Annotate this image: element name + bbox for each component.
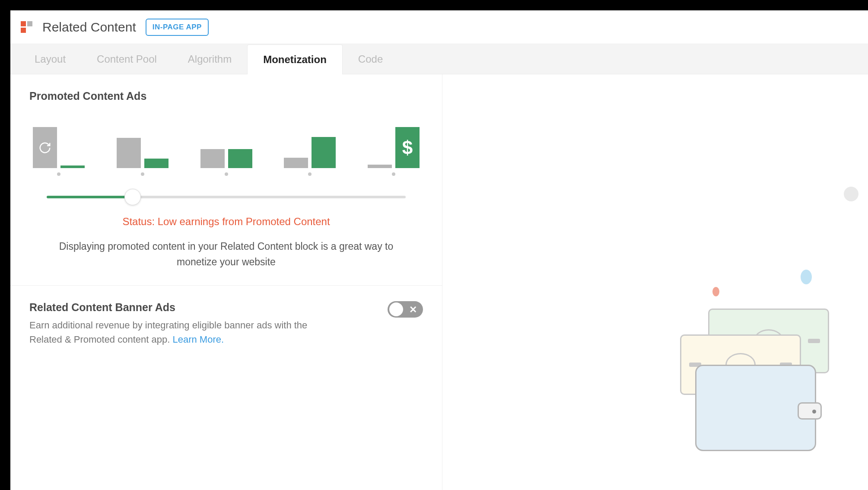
app-shell: Related Content IN-PAGE APP Layout Conte…: [10, 10, 868, 490]
preview-panel: [442, 74, 868, 490]
status-message: Status: Low earnings from Promoted Conte…: [29, 216, 423, 228]
bar-green-3: [228, 149, 252, 168]
app-logo-icon: [21, 21, 33, 33]
banner-ads-section: Related Content Banner Ads Earn addition…: [10, 285, 442, 362]
tab-bar: Layout Content Pool Algorithm Monetizati…: [10, 44, 868, 74]
bar-group-5: $: [368, 127, 420, 168]
decor-blob-red: [712, 287, 719, 296]
wallet-illustration: [656, 261, 842, 447]
promoted-title: Promoted Content Ads: [29, 90, 423, 102]
bar-green-2: [144, 159, 169, 168]
bar-group-3: [200, 149, 252, 168]
left-panel: Promoted Content Ads: [10, 74, 442, 490]
ratio-bars: $: [29, 116, 423, 168]
bar-green-4: [312, 137, 336, 168]
dollar-icon: $: [395, 127, 420, 168]
tab-layout[interactable]: Layout: [19, 44, 81, 74]
bar-grey-5: [368, 165, 392, 168]
promoted-content-section: Promoted Content Ads: [10, 74, 442, 285]
bar-grey-4: [284, 158, 308, 168]
banner-desc-text: Earn additional revenue by integrating e…: [29, 320, 307, 345]
slider-ticks: [29, 168, 423, 184]
page-title: Related Content: [42, 20, 136, 35]
bar-grey-2: [117, 138, 141, 168]
tick-3: [225, 172, 228, 176]
close-icon: ✕: [409, 304, 417, 315]
promoted-ratio-slider[interactable]: [47, 188, 406, 205]
bar-green-1: [60, 165, 85, 168]
tab-code[interactable]: Code: [343, 44, 398, 74]
promoted-description: Displaying promoted content in your Rela…: [29, 239, 423, 270]
banner-title: Related Content Banner Ads: [29, 301, 340, 314]
tick-5: [392, 172, 395, 176]
tick-2: [141, 172, 144, 176]
refresh-icon: [33, 127, 57, 168]
wallet: [695, 365, 816, 451]
help-icon[interactable]: [844, 187, 858, 201]
tick-1: [57, 172, 60, 176]
banner-ads-toggle[interactable]: ✕: [388, 301, 423, 318]
toggle-knob: [389, 302, 403, 316]
banner-description: Earn additional revenue by integrating e…: [29, 318, 340, 347]
decor-blob-blue: [801, 270, 812, 284]
tab-algorithm[interactable]: Algorithm: [172, 44, 247, 74]
bar-group-4: [284, 137, 336, 168]
tab-monetization[interactable]: Monetization: [247, 45, 343, 74]
body: Promoted Content Ads: [10, 74, 868, 490]
titlebar: Related Content IN-PAGE APP: [10, 10, 868, 44]
tab-content-pool[interactable]: Content Pool: [81, 44, 172, 74]
bar-group-2: [117, 138, 169, 168]
bar-grey-3: [200, 149, 225, 168]
bar-group-1: [33, 127, 85, 168]
slider-thumb[interactable]: [124, 189, 141, 205]
app-type-badge: IN-PAGE APP: [146, 19, 209, 36]
learn-more-link[interactable]: Learn More.: [172, 334, 224, 345]
tick-4: [308, 172, 312, 176]
wallet-flap: [798, 402, 822, 420]
slider-fill: [47, 196, 133, 198]
